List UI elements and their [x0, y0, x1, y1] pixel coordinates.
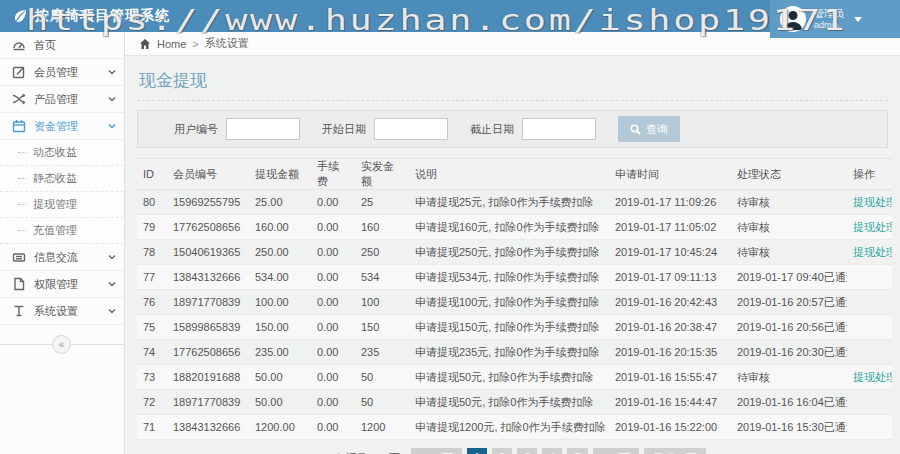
sidebar-item-label: 首页 — [34, 38, 116, 53]
cell-member-no: 18971770839 — [167, 390, 249, 415]
cell-actual-amount: 250 — [355, 240, 409, 265]
sidebar-item-funds[interactable]: 资金管理 — [0, 113, 124, 140]
sidebar-item-products[interactable]: 产品管理 — [0, 86, 124, 113]
page-number-button[interactable]: 2 — [492, 448, 512, 454]
cell-apply-time: 2019-01-17 11:05:02 — [609, 215, 731, 240]
sidebar-item-label: 系统设置 — [34, 304, 108, 319]
table-row: 7618971770839100.000.00100申请提现100元, 扣除0作… — [137, 290, 892, 315]
page-nav-button[interactable]: 下一页 — [411, 448, 462, 454]
cell-status: 2019-01-16 20:57已通过 — [731, 290, 847, 315]
cell-fee: 0.00 — [311, 290, 355, 315]
user-menu[interactable]: 管理员 admin — [770, 0, 900, 38]
cell-description: 申请提现50元, 扣除0作为手续费扣除 — [409, 365, 609, 390]
cell-fee: 0.00 — [311, 315, 355, 340]
cell-actual-amount: 100 — [355, 290, 409, 315]
cell-action: 提现处理 — [847, 365, 892, 390]
sidebar-item-withdraw-management[interactable]: 提现管理 — [0, 192, 124, 218]
cell-withdraw-amount: 100.00 — [249, 290, 311, 315]
dashboard-icon — [12, 38, 26, 52]
cell-action: 提现处理 — [847, 190, 892, 215]
cell-id: 72 — [137, 390, 167, 415]
cell-status: 2019-01-16 16:04已通过 — [731, 390, 847, 415]
table-row: 71138431326661200.000.001200申请提现1200元, 扣… — [137, 415, 892, 440]
sidebar-collapse-row: « — [0, 335, 124, 355]
cell-actual-amount: 50 — [355, 390, 409, 415]
sidebar-item-settings[interactable]: 系统设置 — [0, 298, 124, 325]
cell-member-no: 17762508656 — [167, 215, 249, 240]
column-header: 手续费 — [311, 159, 355, 190]
column-header: 会员编号 — [167, 159, 249, 190]
sidebar-subitem-label: 静态收益 — [33, 171, 77, 186]
withdraw-process-link[interactable]: 提现处理 — [853, 221, 892, 233]
leaf-icon — [12, 8, 28, 24]
cell-id: 80 — [137, 190, 167, 215]
cell-id: 78 — [137, 240, 167, 265]
cell-fee: 0.00 — [311, 265, 355, 290]
cell-description: 申请提现100元, 扣除0作为手续费扣除 — [409, 290, 609, 315]
cell-actual-amount: 160 — [355, 215, 409, 240]
sidebar-item-messages[interactable]: 信息交流 — [0, 244, 124, 271]
funds-submenu: 动态收益 静态收益 提现管理 充值管理 — [0, 140, 124, 244]
cell-apply-time: 2019-01-17 09:11:13 — [609, 265, 731, 290]
column-header: 操作 — [847, 159, 892, 190]
cell-withdraw-amount: 50.00 — [249, 390, 311, 415]
user-no-label: 用户编号 — [174, 122, 218, 137]
withdraw-process-link[interactable]: 提现处理 — [853, 246, 892, 258]
sidebar-item-dynamic-income[interactable]: 动态收益 — [0, 140, 124, 166]
column-header: ID — [137, 159, 167, 190]
cell-actual-amount: 25 — [355, 190, 409, 215]
cell-action — [847, 290, 892, 315]
sidebar-item-members[interactable]: 会员管理 — [0, 59, 124, 86]
app-brand: 按摩椅项目管理系统 — [0, 7, 170, 25]
page-nav-button[interactable]: 最后一页 — [644, 448, 706, 454]
end-date-input[interactable] — [522, 118, 596, 140]
cell-id: 77 — [137, 265, 167, 290]
table-row: 7917762508656160.000.00160申请提现160元, 扣除0作… — [137, 215, 892, 240]
cell-actual-amount: 235 — [355, 340, 409, 365]
user-no-input[interactable] — [226, 118, 300, 140]
cell-actual-amount: 534 — [355, 265, 409, 290]
sidebar-item-recharge-management[interactable]: 充值管理 — [0, 218, 124, 244]
cell-apply-time: 2019-01-16 20:38:47 — [609, 315, 731, 340]
chevron-down-icon — [108, 280, 116, 288]
page-number-button[interactable]: 5 — [567, 448, 587, 454]
cell-apply-time: 2019-01-16 15:44:47 — [609, 390, 731, 415]
cell-member-no: 13843132666 — [167, 265, 249, 290]
withdraw-process-link[interactable]: 提现处理 — [853, 196, 892, 208]
table-row: 721897177083950.000.0050申请提现50元, 扣除0作为手续… — [137, 390, 892, 415]
chevron-down-icon — [108, 68, 116, 76]
cell-id: 73 — [137, 365, 167, 390]
page-number-button[interactable]: 1 — [467, 448, 487, 454]
keyboard-icon — [12, 250, 26, 264]
page-number-button[interactable]: 3 — [517, 448, 537, 454]
start-date-input[interactable] — [374, 118, 448, 140]
cell-actual-amount: 150 — [355, 315, 409, 340]
person-icon — [780, 6, 806, 32]
cell-fee: 0.00 — [311, 215, 355, 240]
withdraw-process-link[interactable]: 提现处理 — [853, 371, 892, 383]
cell-member-no: 18820191688 — [167, 365, 249, 390]
cell-apply-time: 2019-01-16 20:42:43 — [609, 290, 731, 315]
search-button[interactable]: 查询 — [618, 116, 680, 142]
cell-apply-time: 2019-01-17 10:45:24 — [609, 240, 731, 265]
cell-fee: 0.00 — [311, 340, 355, 365]
cell-action — [847, 315, 892, 340]
sidebar-item-permissions[interactable]: 权限管理 — [0, 271, 124, 298]
cell-member-no: 13843132666 — [167, 415, 249, 440]
cell-description: 申请提现150元, 扣除0作为手续费扣除 — [409, 315, 609, 340]
sidebar-item-static-income[interactable]: 静态收益 — [0, 166, 124, 192]
page-nav-button[interactable]: 下5页 — [593, 448, 639, 454]
chevron-down-icon — [108, 307, 116, 315]
sidebar-collapse-button[interactable]: « — [52, 335, 71, 354]
column-header: 说明 — [409, 159, 609, 190]
cell-withdraw-amount: 235.00 — [249, 340, 311, 365]
column-header: 申请时间 — [609, 159, 731, 190]
sidebar-item-home[interactable]: 首页 — [0, 32, 124, 59]
avatar — [780, 6, 806, 32]
page-number-button[interactable]: 4 — [542, 448, 562, 454]
withdraw-table-body: 801596925579525.000.0025申请提现25元, 扣除0作为手续… — [137, 190, 892, 440]
cell-fee: 0.00 — [311, 240, 355, 265]
cell-action: 提现处理 — [847, 240, 892, 265]
breadcrumb-home[interactable]: Home — [157, 38, 186, 50]
cell-member-no: 15040619365 — [167, 240, 249, 265]
